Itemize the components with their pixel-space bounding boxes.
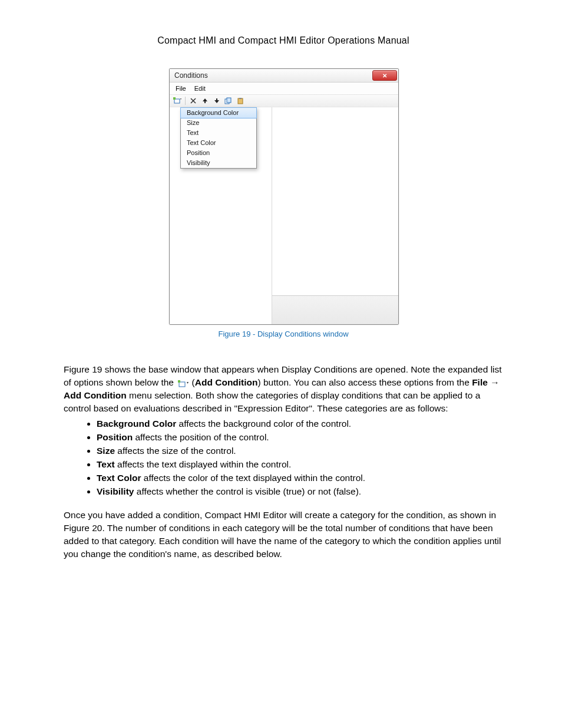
list-item: Visibility affects whether the control i…	[97, 485, 503, 498]
figure-caption: Figure 19 - Display Conditions window	[169, 330, 398, 338]
svg-rect-5	[239, 98, 242, 99]
right-pane-top	[272, 107, 398, 295]
desc: affects the color of the text displayed …	[141, 473, 366, 483]
dropdown-item-text[interactable]: Text	[181, 128, 256, 138]
desc: affects the size of the control.	[115, 446, 236, 456]
para2: Once you have added a condition, Compact…	[64, 509, 503, 561]
term: Text	[97, 459, 115, 469]
toolbar-separator	[185, 97, 186, 105]
svg-rect-6	[179, 382, 185, 387]
window-titlebar: Conditions ✕	[170, 69, 398, 83]
list-item: Size affects the size of the control.	[97, 444, 503, 457]
add-condition-dropdown: Background Color Size Text Text Color Po…	[180, 107, 257, 169]
svg-rect-7	[178, 380, 180, 383]
paste-button[interactable]	[235, 96, 246, 106]
dropdown-item-position[interactable]: Position	[181, 148, 256, 158]
term: Text Color	[97, 473, 141, 483]
category-list: Background Color affects the background …	[64, 417, 503, 498]
close-button[interactable]: ✕	[372, 70, 397, 81]
add-condition-menu-bold: Add Condition	[64, 390, 127, 400]
arrow: →	[488, 377, 500, 387]
svg-rect-0	[174, 99, 180, 103]
add-condition-button[interactable]	[172, 96, 183, 106]
desc: affects the text displayed within the co…	[115, 459, 292, 469]
conditions-window: Conditions ✕ File Edit	[169, 68, 399, 325]
window-title: Conditions	[174, 71, 372, 80]
delete-button[interactable]	[188, 96, 199, 106]
para1c: menu selection. Both show the categories…	[64, 390, 480, 413]
term: Size	[97, 446, 115, 456]
add-condition-label: Add Condition	[195, 377, 258, 387]
desc: affects the background color of the cont…	[176, 419, 351, 429]
term: Position	[97, 432, 133, 442]
copy-button[interactable]	[223, 96, 234, 106]
right-pane	[272, 107, 398, 324]
term: Background Color	[97, 419, 176, 429]
dropdown-item-size[interactable]: Size	[181, 118, 256, 128]
svg-rect-4	[238, 98, 243, 104]
term: Visibility	[97, 486, 134, 496]
desc: affects whether the control is visible (…	[134, 486, 361, 496]
svg-rect-3	[227, 98, 231, 103]
list-item: Text Color affects the color of the text…	[97, 472, 503, 485]
left-pane: Background Color Size Text Text Color Po…	[170, 107, 272, 324]
add-condition-icon	[176, 378, 189, 387]
right-pane-bottom	[272, 295, 398, 324]
menu-bar: File Edit	[170, 83, 398, 94]
dropdown-item-background-color[interactable]: Background Color	[180, 107, 257, 118]
list-item: Position affects the position of the con…	[97, 431, 503, 444]
document-title: Compact HMI and Compact HMI Editor Opera…	[64, 35, 503, 46]
menu-file[interactable]: File	[176, 85, 186, 92]
menu-edit[interactable]: Edit	[194, 85, 206, 92]
dropdown-item-text-color[interactable]: Text Color	[181, 138, 256, 148]
list-item: Text affects the text displayed within t…	[97, 458, 503, 471]
svg-rect-1	[173, 97, 176, 100]
file-bold: File	[472, 377, 488, 387]
move-up-button[interactable]	[200, 96, 210, 106]
desc: affects the position of the control.	[133, 432, 269, 442]
list-item: Background Color affects the background …	[97, 417, 503, 430]
close-icon: ✕	[382, 73, 387, 79]
body-text: Figure 19 shows the base window that app…	[64, 363, 503, 561]
toolbar	[170, 94, 398, 107]
para1b: ) button. You can also access these opti…	[258, 377, 472, 387]
dropdown-item-visibility[interactable]: Visibility	[181, 158, 256, 168]
move-down-button[interactable]	[211, 96, 222, 106]
